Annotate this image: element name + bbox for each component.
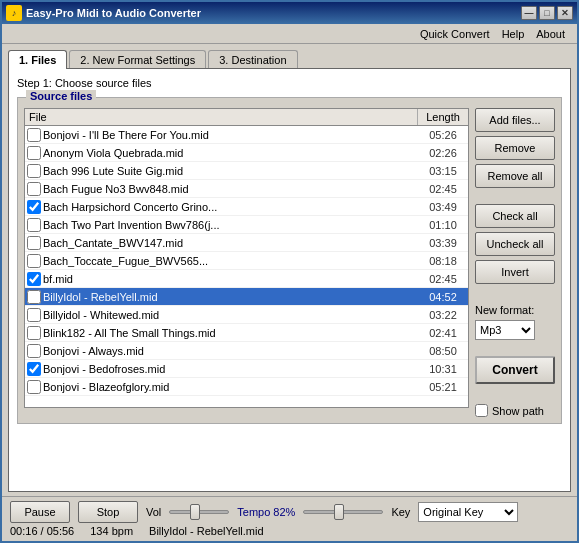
file-list-container: File Length Bonjovi - I'll Be There For … — [24, 108, 555, 417]
file-row-8[interactable]: bf.mid02:45 — [25, 270, 468, 288]
menu-bar: Quick Convert Help About — [2, 24, 577, 44]
file-row-6[interactable]: Bach_Cantate_BWV147.mid03:39 — [25, 234, 468, 252]
maximize-button[interactable]: □ — [539, 6, 555, 20]
remove-all-button[interactable]: Remove all — [475, 164, 555, 188]
tab-files[interactable]: 1. Files — [8, 50, 67, 69]
file-length-9: 04:52 — [418, 291, 468, 303]
file-name-14: Bonjovi - Blazeofglory.mid — [43, 381, 418, 393]
minimize-button[interactable]: — — [521, 6, 537, 20]
file-name-2: Bach 996 Lute Suite Gig.mid — [43, 165, 418, 177]
file-checkbox-9[interactable] — [27, 290, 41, 304]
file-length-10: 03:22 — [418, 309, 468, 321]
close-button[interactable]: ✕ — [557, 6, 573, 20]
uncheck-all-button[interactable]: Uncheck all — [475, 232, 555, 256]
file-list[interactable]: File Length Bonjovi - I'll Be There For … — [24, 108, 469, 408]
current-file-display: BillyIdol - RebelYell.mid — [149, 525, 264, 537]
app-window: ♪ Easy-Pro Midi to Audio Converter — □ ✕… — [0, 0, 579, 543]
file-name-0: Bonjovi - I'll Be There For You.mid — [43, 129, 418, 141]
show-path-row: Show path — [475, 404, 555, 417]
key-select[interactable]: Original Key C Major G Major D Major — [418, 502, 518, 522]
menu-quick-convert[interactable]: Quick Convert — [414, 26, 496, 42]
vol-slider-thumb[interactable] — [190, 504, 200, 520]
tab-bar: 1. Files 2. New Format Settings 3. Desti… — [2, 44, 577, 69]
info-row: 00:16 / 05:56 134 bpm BillyIdol - RebelY… — [10, 525, 569, 537]
file-length-4: 03:49 — [418, 201, 468, 213]
file-checkbox-4[interactable] — [27, 200, 41, 214]
convert-button[interactable]: Convert — [475, 356, 555, 384]
file-row-2[interactable]: Bach 996 Lute Suite Gig.mid03:15 — [25, 162, 468, 180]
file-checkbox-3[interactable] — [27, 182, 41, 196]
app-icon: ♪ — [6, 5, 22, 21]
file-checkbox-1[interactable] — [27, 146, 41, 160]
file-row-14[interactable]: Bonjovi - Blazeofglory.mid05:21 — [25, 378, 468, 396]
status-bar: Pause Stop Vol Tempo 82% Key Original Ke… — [2, 496, 577, 541]
show-path-checkbox[interactable] — [475, 404, 488, 417]
check-all-button[interactable]: Check all — [475, 204, 555, 228]
file-name-3: Bach Fugue No3 Bwv848.mid — [43, 183, 418, 195]
file-length-5: 01:10 — [418, 219, 468, 231]
file-name-5: Bach Two Part Invention Bwv786(j... — [43, 219, 418, 231]
remove-button[interactable]: Remove — [475, 136, 555, 160]
format-select-wrapper: Mp3 WAV OGG — [475, 320, 555, 340]
vol-slider[interactable] — [169, 510, 229, 514]
file-length-3: 02:45 — [418, 183, 468, 195]
col-header-file: File — [25, 109, 418, 125]
file-name-4: Bach Harpsichord Concerto Grino... — [43, 201, 418, 213]
file-checkbox-0[interactable] — [27, 128, 41, 142]
file-row-10[interactable]: Billyidol - Whitewed.mid03:22 — [25, 306, 468, 324]
add-files-button[interactable]: Add files... — [475, 108, 555, 132]
file-name-7: Bach_Toccate_Fugue_BWV565... — [43, 255, 418, 267]
file-name-10: Billyidol - Whitewed.mid — [43, 309, 418, 321]
file-name-9: BillyIdol - RebelYell.mid — [43, 291, 418, 303]
tempo-label: Tempo 82% — [237, 506, 295, 518]
file-name-1: Anonym Viola Quebrada.mid — [43, 147, 418, 159]
menu-help[interactable]: Help — [496, 26, 531, 42]
file-row-7[interactable]: Bach_Toccate_Fugue_BWV565...08:18 — [25, 252, 468, 270]
file-row-0[interactable]: Bonjovi - I'll Be There For You.mid05:26 — [25, 126, 468, 144]
tab-destination[interactable]: 3. Destination — [208, 50, 297, 69]
file-length-7: 08:18 — [418, 255, 468, 267]
file-checkbox-14[interactable] — [27, 380, 41, 394]
file-length-1: 02:26 — [418, 147, 468, 159]
pause-button[interactable]: Pause — [10, 501, 70, 523]
file-checkbox-2[interactable] — [27, 164, 41, 178]
time-display: 00:16 / 05:56 — [10, 525, 74, 537]
col-header-length: Length — [418, 109, 468, 125]
file-checkbox-13[interactable] — [27, 362, 41, 376]
file-row-3[interactable]: Bach Fugue No3 Bwv848.mid02:45 — [25, 180, 468, 198]
title-bar: ♪ Easy-Pro Midi to Audio Converter — □ ✕ — [2, 2, 577, 24]
file-row-4[interactable]: Bach Harpsichord Concerto Grino...03:49 — [25, 198, 468, 216]
tempo-slider-thumb[interactable] — [334, 504, 344, 520]
btn-panel: Add files... Remove Remove all Check all… — [475, 108, 555, 417]
file-length-2: 03:15 — [418, 165, 468, 177]
bpm-display: 134 bpm — [90, 525, 133, 537]
file-name-13: Bonjovi - Bedofroses.mid — [43, 363, 418, 375]
vol-label: Vol — [146, 506, 161, 518]
file-row-12[interactable]: Bonjovi - Always.mid08:50 — [25, 342, 468, 360]
file-length-11: 02:41 — [418, 327, 468, 339]
file-length-8: 02:45 — [418, 273, 468, 285]
menu-about[interactable]: About — [530, 26, 571, 42]
file-length-12: 08:50 — [418, 345, 468, 357]
file-length-0: 05:26 — [418, 129, 468, 141]
file-checkbox-5[interactable] — [27, 218, 41, 232]
file-row-13[interactable]: Bonjovi - Bedofroses.mid10:31 — [25, 360, 468, 378]
file-row-11[interactable]: Blink182 - All The Small Things.mid02:41 — [25, 324, 468, 342]
file-checkbox-12[interactable] — [27, 344, 41, 358]
file-checkbox-11[interactable] — [27, 326, 41, 340]
file-name-12: Bonjovi - Always.mid — [43, 345, 418, 357]
tempo-slider[interactable] — [303, 510, 383, 514]
file-checkbox-6[interactable] — [27, 236, 41, 250]
file-checkbox-7[interactable] — [27, 254, 41, 268]
format-select[interactable]: Mp3 WAV OGG — [475, 320, 535, 340]
file-row-9[interactable]: BillyIdol - RebelYell.mid04:52 — [25, 288, 468, 306]
file-checkbox-8[interactable] — [27, 272, 41, 286]
tab-format-settings[interactable]: 2. New Format Settings — [69, 50, 206, 69]
file-list-header: File Length — [25, 109, 468, 126]
invert-button[interactable]: Invert — [475, 260, 555, 284]
file-checkbox-10[interactable] — [27, 308, 41, 322]
file-row-1[interactable]: Anonym Viola Quebrada.mid02:26 — [25, 144, 468, 162]
stop-button[interactable]: Stop — [78, 501, 138, 523]
file-row-5[interactable]: Bach Two Part Invention Bwv786(j...01:10 — [25, 216, 468, 234]
file-length-6: 03:39 — [418, 237, 468, 249]
